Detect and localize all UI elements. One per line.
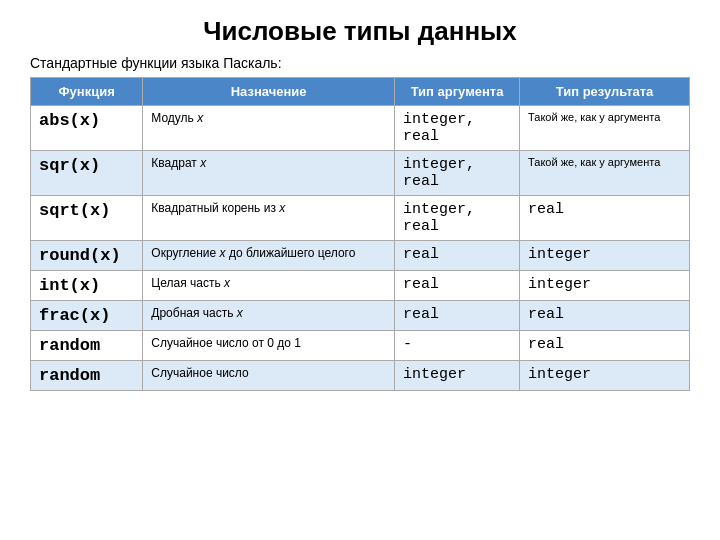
result-cell: real	[520, 331, 690, 361]
arg-cell: integer, real	[395, 151, 520, 196]
func-cell: sqr(x)	[31, 151, 143, 196]
arg-cell: integer, real	[395, 106, 520, 151]
col-header-arg: Тип аргумента	[395, 78, 520, 106]
col-header-desc: Назначение	[143, 78, 395, 106]
func-cell: sqrt(x)	[31, 196, 143, 241]
arg-cell: integer, real	[395, 196, 520, 241]
desc-cell: Модуль x	[143, 106, 395, 151]
col-header-result: Тип результата	[520, 78, 690, 106]
desc-cell: Округление x до ближайшего целого	[143, 241, 395, 271]
arg-cell: -	[395, 331, 520, 361]
table-row: sqrt(x)Квадратный корень из xinteger, re…	[31, 196, 690, 241]
result-cell: Такой же, как у аргумента	[520, 151, 690, 196]
table-row: randomСлучайное число от 0 до 1-real	[31, 331, 690, 361]
func-cell: frac(x)	[31, 301, 143, 331]
result-cell: real	[520, 196, 690, 241]
page-title: Числовые типы данных	[30, 16, 690, 47]
func-cell: int(x)	[31, 271, 143, 301]
table-row: randomСлучайное числоintegerinteger	[31, 361, 690, 391]
func-cell: random	[31, 331, 143, 361]
result-cell: integer	[520, 241, 690, 271]
result-cell: integer	[520, 361, 690, 391]
table-row: int(x)Целая часть xrealinteger	[31, 271, 690, 301]
result-cell: integer	[520, 271, 690, 301]
arg-cell: integer	[395, 361, 520, 391]
col-header-function: Функция	[31, 78, 143, 106]
desc-cell: Квадратный корень из x	[143, 196, 395, 241]
arg-cell: real	[395, 301, 520, 331]
result-cell: Такой же, как у аргумента	[520, 106, 690, 151]
table-row: frac(x)Дробная часть xrealreal	[31, 301, 690, 331]
func-cell: abs(x)	[31, 106, 143, 151]
table-row: round(x)Округление x до ближайшего целог…	[31, 241, 690, 271]
desc-cell: Квадрат x	[143, 151, 395, 196]
desc-cell: Случайное число	[143, 361, 395, 391]
table-row: sqr(x)Квадрат xinteger, realТакой же, ка…	[31, 151, 690, 196]
table-row: abs(x)Модуль xinteger, realТакой же, как…	[31, 106, 690, 151]
desc-cell: Целая часть x	[143, 271, 395, 301]
func-cell: round(x)	[31, 241, 143, 271]
desc-cell: Случайное число от 0 до 1	[143, 331, 395, 361]
result-cell: real	[520, 301, 690, 331]
arg-cell: real	[395, 241, 520, 271]
func-cell: random	[31, 361, 143, 391]
desc-cell: Дробная часть x	[143, 301, 395, 331]
functions-table: Функция Назначение Тип аргумента Тип рез…	[30, 77, 690, 391]
arg-cell: real	[395, 271, 520, 301]
subtitle: Стандартные функции языка Паскаль:	[30, 55, 690, 71]
